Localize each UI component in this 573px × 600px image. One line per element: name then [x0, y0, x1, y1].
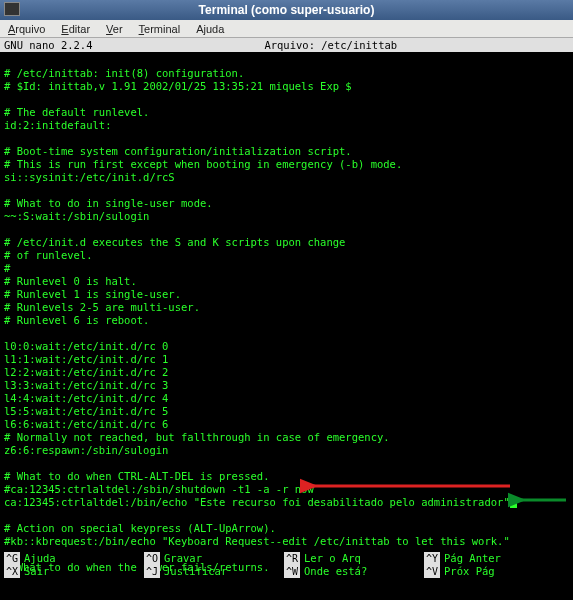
menu-arquivo[interactable]: Arquivo [8, 23, 45, 35]
editor-line: # $Id: inittab,v 1.91 2002/01/25 13:35:2… [4, 80, 569, 93]
editor-line [4, 509, 569, 522]
editor-line: # Runlevel 6 is reboot. [4, 314, 569, 327]
window-titlebar: Terminal (como super-usuario) [0, 0, 573, 20]
shortcut-key: ^O [144, 552, 160, 565]
editor-line: # Runlevel 1 is single-user. [4, 288, 569, 301]
editor-line: # of runlevel. [4, 249, 569, 262]
editor-line: id:2:initdefault: [4, 119, 569, 132]
editor-line: # Normally not reached, but fallthrough … [4, 431, 569, 444]
nano-shortcut: ^XSair [4, 565, 144, 578]
shortcut-label: Sair [24, 565, 49, 578]
menubar: Arquivo Editar Ver Terminal Ajuda [0, 20, 573, 38]
editor-line: l6:6:wait:/etc/init.d/rc 6 [4, 418, 569, 431]
editor-line: #ca:12345:ctrlaltdel:/sbin/shutdown -t1 … [4, 483, 569, 496]
shortcut-key: ^Y [424, 552, 440, 565]
nano-file-path: /etc/inittab [321, 39, 397, 51]
shortcut-label: Gravar [164, 552, 202, 565]
menu-ver[interactable]: Ver [106, 23, 123, 35]
editor-line: # Boot-time system configuration/initial… [4, 145, 569, 158]
editor-line: si::sysinit:/etc/init.d/rcS [4, 171, 569, 184]
editor-line: # Runlevel 0 is halt. [4, 275, 569, 288]
shortcut-label: Ler o Arq [304, 552, 361, 565]
editor-line: # What to do in single-user mode. [4, 197, 569, 210]
nano-shortcut: ^WOnde está? [284, 565, 424, 578]
terminal-icon [4, 2, 20, 16]
editor-line: # /etc/init.d executes the S and K scrip… [4, 236, 569, 249]
menu-editar[interactable]: Editar [61, 23, 90, 35]
shortcut-label: Ajuda [24, 552, 56, 565]
menu-terminal[interactable]: Terminal [139, 23, 181, 35]
text-cursor [510, 497, 517, 508]
nano-shortcut: ^GAjuda [4, 552, 144, 565]
editor-line [4, 184, 569, 197]
window-title: Terminal (como super-usuario) [199, 3, 375, 17]
nano-shortcut: ^RLer o Arq [284, 552, 424, 565]
shortcut-key: ^W [284, 565, 300, 578]
shortcut-key: ^R [284, 552, 300, 565]
editor-line: # [4, 262, 569, 275]
nano-shortcut: ^OGravar [144, 552, 284, 565]
editor-line: # The default runlevel. [4, 106, 569, 119]
nano-app-name: GNU nano 2.2.4 [4, 39, 93, 51]
menu-ajuda[interactable]: Ajuda [196, 23, 224, 35]
shortcut-label: Pág Anter [444, 552, 501, 565]
shortcut-key: ^G [4, 552, 20, 565]
editor-area[interactable]: # /etc/inittab: init(8) configuration.# … [0, 52, 573, 582]
editor-line [4, 54, 569, 67]
nano-file-label: Arquivo: [264, 39, 315, 51]
editor-line: # Action on special keypress (ALT-UpArro… [4, 522, 569, 535]
nano-header: GNU nano 2.2.4 Arquivo: /etc/inittab [0, 38, 573, 52]
shortcut-key: ^X [4, 565, 20, 578]
editor-line: l3:3:wait:/etc/init.d/rc 3 [4, 379, 569, 392]
shortcut-key: ^V [424, 565, 440, 578]
editor-line: l4:4:wait:/etc/init.d/rc 4 [4, 392, 569, 405]
shortcut-label: Próx Pág [444, 565, 495, 578]
nano-shortcut: ^VPróx Pág [424, 565, 564, 578]
shortcut-label: Onde está? [304, 565, 367, 578]
editor-line [4, 132, 569, 145]
editor-line: # This is run first except when booting … [4, 158, 569, 171]
nano-footer: ^GAjuda^OGravar^RLer o Arq^YPág Anter^XS… [4, 552, 569, 578]
editor-line: l5:5:wait:/etc/init.d/rc 5 [4, 405, 569, 418]
editor-line: ca:12345:ctrlaltdel:/bin/echo "Este recu… [4, 496, 569, 509]
shortcut-label: Justificar [164, 565, 227, 578]
shortcut-key: ^J [144, 565, 160, 578]
editor-line [4, 93, 569, 106]
editor-line: ~~:S:wait:/sbin/sulogin [4, 210, 569, 223]
editor-line [4, 223, 569, 236]
editor-line: l2:2:wait:/etc/init.d/rc 2 [4, 366, 569, 379]
editor-line: l1:1:wait:/etc/init.d/rc 1 [4, 353, 569, 366]
editor-line: z6:6:respawn:/sbin/sulogin [4, 444, 569, 457]
editor-line: # Runlevels 2-5 are multi-user. [4, 301, 569, 314]
editor-line: #kb::kbrequest:/bin/echo "Keyboard Reque… [4, 535, 569, 548]
editor-line [4, 457, 569, 470]
editor-line: # /etc/inittab: init(8) configuration. [4, 67, 569, 80]
editor-line: l0:0:wait:/etc/init.d/rc 0 [4, 340, 569, 353]
nano-shortcut: ^JJustificar [144, 565, 284, 578]
editor-line: # What to do when CTRL-ALT-DEL is presse… [4, 470, 569, 483]
editor-line [4, 327, 569, 340]
nano-shortcut: ^YPág Anter [424, 552, 564, 565]
